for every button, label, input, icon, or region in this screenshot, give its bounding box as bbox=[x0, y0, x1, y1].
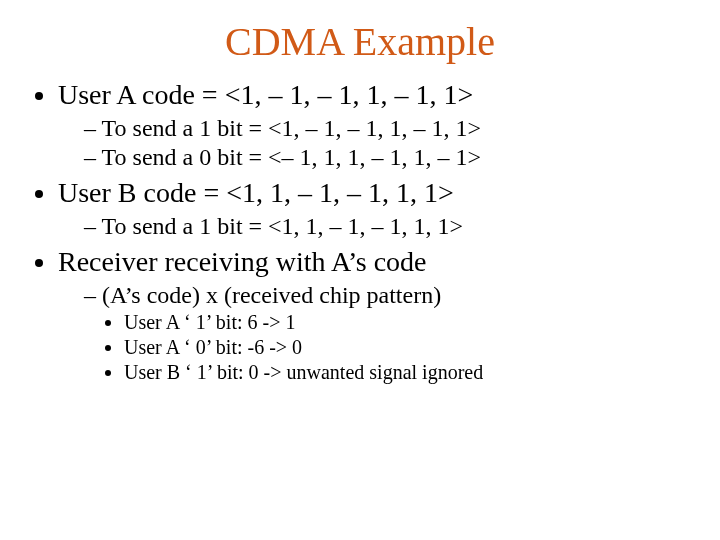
bullet-receiver-formula: (A’s code) x (received chip pattern) Use… bbox=[84, 282, 690, 384]
result-user-a-1: User A ‘ 1’ bit: 6 -> 1 bbox=[124, 311, 690, 334]
result-user-a-0: User A ‘ 0’ bit: -6 -> 0 bbox=[124, 336, 690, 359]
bullet-user-a-send-1: To send a 1 bit = <1, – 1, – 1, 1, – 1, … bbox=[84, 115, 690, 142]
bullet-receiver: Receiver receiving with A’s code (A’s co… bbox=[58, 246, 690, 384]
bullet-receiver-formula-text: (A’s code) x (received chip pattern) bbox=[102, 282, 441, 308]
bullet-user-a-text: User A code = <1, – 1, – 1, 1, – 1, 1> bbox=[58, 79, 473, 110]
bullet-user-b: User B code = <1, 1, – 1, – 1, 1, 1> To … bbox=[58, 177, 690, 240]
bullet-list: User A code = <1, – 1, – 1, 1, – 1, 1> T… bbox=[30, 79, 690, 384]
bullet-user-b-text: User B code = <1, 1, – 1, – 1, 1, 1> bbox=[58, 177, 454, 208]
bullet-receiver-sublist: (A’s code) x (received chip pattern) Use… bbox=[58, 282, 690, 384]
slide-title: CDMA Example bbox=[30, 18, 690, 65]
slide: CDMA Example User A code = <1, – 1, – 1,… bbox=[0, 0, 720, 540]
bullet-receiver-text: Receiver receiving with A’s code bbox=[58, 246, 427, 277]
bullet-user-a: User A code = <1, – 1, – 1, 1, – 1, 1> T… bbox=[58, 79, 690, 171]
bullet-user-a-sublist: To send a 1 bit = <1, – 1, – 1, 1, – 1, … bbox=[58, 115, 690, 171]
bullet-user-b-sublist: To send a 1 bit = <1, 1, – 1, – 1, 1, 1> bbox=[58, 213, 690, 240]
result-user-b-1: User B ‘ 1’ bit: 0 -> unwanted signal ig… bbox=[124, 361, 690, 384]
bullet-user-b-send-1: To send a 1 bit = <1, 1, – 1, – 1, 1, 1> bbox=[84, 213, 690, 240]
bullet-receiver-results: User A ‘ 1’ bit: 6 -> 1 User A ‘ 0’ bit:… bbox=[84, 311, 690, 384]
bullet-user-a-send-0: To send a 0 bit = <– 1, 1, 1, – 1, 1, – … bbox=[84, 144, 690, 171]
